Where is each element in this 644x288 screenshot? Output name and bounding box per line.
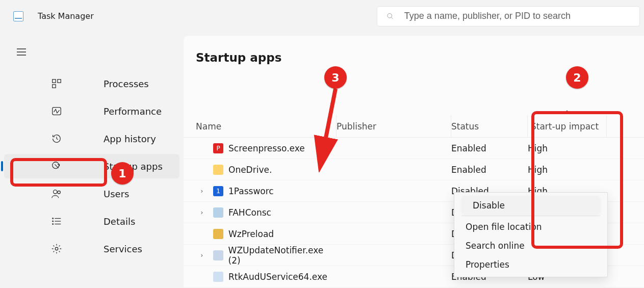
- status-cell: Enabled: [451, 165, 528, 175]
- svg-point-17: [52, 224, 53, 225]
- column-header-impact[interactable]: Start-up impact: [528, 115, 607, 137]
- sidebar-item-performance[interactable]: Performance: [4, 99, 179, 123]
- table-row[interactable]: OneDrive.EnabledHigh: [184, 159, 644, 180]
- search-icon: [387, 12, 394, 20]
- grid-icon: [18, 78, 94, 89]
- sidebar-item-label: Users: [104, 189, 179, 199]
- history-icon: [18, 133, 94, 144]
- sidebar-item-services[interactable]: Services: [4, 237, 179, 261]
- table-row[interactable]: PScreenpresso.exeEnabledHigh: [184, 138, 644, 159]
- sidebar-item-processes[interactable]: Processes: [4, 71, 179, 96]
- activity-icon: [18, 106, 94, 117]
- app-name-label: WzPreload: [228, 229, 274, 239]
- expand-chevron-icon[interactable]: ›: [196, 252, 208, 259]
- sidebar-item-details[interactable]: Details: [4, 209, 179, 233]
- ctx-separator: [461, 216, 600, 216]
- app-row-icon: [213, 229, 223, 239]
- column-header-status[interactable]: Status: [451, 115, 528, 137]
- sidebar-item-users[interactable]: Users: [4, 181, 179, 206]
- column-header-name[interactable]: Name: [184, 115, 337, 137]
- sort-indicator-icon: [564, 110, 570, 113]
- svg-rect-5: [52, 80, 55, 83]
- sidebar: Processes Performance App history Startu…: [0, 0, 184, 288]
- svg-point-18: [55, 247, 58, 250]
- svg-point-10: [53, 190, 57, 194]
- app-row-icon: [213, 207, 223, 218]
- column-header-publisher[interactable]: Publisher: [337, 115, 451, 137]
- app-name-label: FAHConsc: [228, 207, 271, 218]
- app-row-icon: [213, 250, 223, 260]
- svg-point-16: [52, 221, 53, 222]
- ctx-item-disable[interactable]: Disable: [461, 196, 600, 215]
- table-header-row: Name Publisher Status Start-up impact: [184, 115, 644, 138]
- main-panel: Startup apps Name Publisher Status Start…: [184, 36, 644, 288]
- svg-rect-6: [57, 80, 60, 83]
- impact-cell: High: [528, 143, 607, 153]
- hamburger-icon: [17, 48, 26, 56]
- app-row-icon: [213, 272, 223, 282]
- svg-point-15: [52, 218, 53, 219]
- app-name-label: RtkAudUService64.exe: [228, 272, 327, 282]
- app-name-label: OneDrive.: [228, 165, 272, 175]
- page-title: Startup apps: [184, 51, 644, 64]
- sidebar-item-app-history[interactable]: App history: [4, 126, 179, 151]
- svg-rect-7: [52, 85, 55, 88]
- app-row-icon: 1: [213, 186, 223, 196]
- ctx-item-open-file-location[interactable]: Open file location: [454, 217, 607, 236]
- expand-chevron-icon[interactable]: ›: [196, 209, 208, 216]
- search-box[interactable]: [377, 6, 640, 27]
- app-name-label: 1Passworc: [228, 186, 274, 196]
- ctx-item-search-online[interactable]: Search online: [454, 236, 607, 255]
- svg-point-11: [57, 191, 60, 194]
- svg-point-0: [388, 13, 392, 18]
- sidebar-item-label: Processes: [104, 78, 179, 89]
- app-icon: [13, 11, 23, 21]
- app-name-label: WZUpdateNotifier.exe (2): [228, 245, 337, 266]
- sidebar-item-label: Startup apps: [104, 161, 179, 172]
- app-row-icon: [213, 165, 223, 175]
- ctx-item-properties[interactable]: Properties: [454, 255, 607, 274]
- impact-cell: High: [528, 165, 607, 175]
- status-cell: Enabled: [451, 143, 528, 153]
- sidebar-item-label: App history: [104, 134, 179, 144]
- svg-line-1: [391, 17, 393, 18]
- hamburger-button[interactable]: [9, 42, 34, 62]
- context-menu: Disable Open file location Search online…: [454, 192, 608, 277]
- search-input[interactable]: [404, 11, 630, 21]
- window-title: Task Manager: [38, 11, 94, 21]
- expand-chevron-icon[interactable]: ›: [196, 188, 208, 195]
- app-row-icon: P: [213, 143, 223, 153]
- app-name-label: Screenpresso.exe: [228, 143, 305, 153]
- users-icon: [18, 188, 94, 199]
- sidebar-item-label: Services: [104, 244, 179, 254]
- sidebar-item-label: Details: [104, 216, 179, 227]
- sidebar-item-startup-apps[interactable]: Startup apps: [4, 154, 179, 178]
- list-icon: [18, 216, 94, 227]
- launch-icon: [18, 161, 94, 172]
- sidebar-item-label: Performance: [104, 106, 179, 117]
- gear-icon: [18, 243, 94, 254]
